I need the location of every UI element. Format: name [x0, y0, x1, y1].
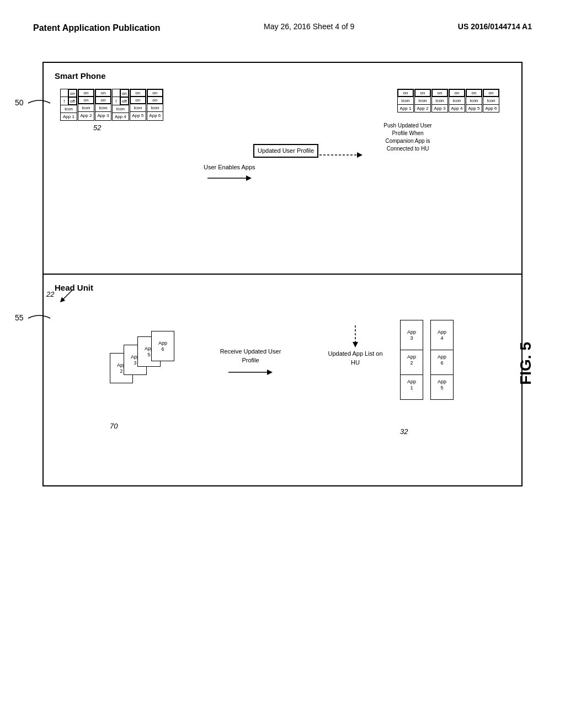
ref-52: 52	[93, 124, 163, 132]
page-header: Patent Application Publication May 26, 2…	[0, 0, 565, 45]
user-enables-label: User Enables Apps	[204, 163, 255, 183]
smart-phone-section: Smart Phone on ↑	[44, 63, 521, 275]
svg-marker-7	[353, 342, 358, 347]
ref-22: 22	[46, 287, 78, 303]
before-hu-apps: App2 App3 App5 App6 70	[110, 331, 176, 430]
after-apps-phone: on Icon App 1 on Icon App 2 on	[397, 89, 499, 113]
svg-marker-5	[267, 370, 273, 375]
diagram-outer: Smart Phone on ↑	[42, 62, 523, 486]
header-left: Patent Application Publication	[33, 22, 161, 34]
after-hu-apps: App1 App2 App3 App5 App6 App4 32	[400, 314, 488, 436]
svg-marker-1	[246, 175, 252, 181]
ref-32: 32	[400, 427, 488, 436]
dashed-arrow-phone	[319, 149, 364, 163]
header-center: May 26, 2016 Sheet 4 of 9	[264, 22, 354, 31]
header-right: US 2016/0144714 A1	[458, 22, 532, 31]
receive-label: Receive Updated User Profile	[215, 347, 286, 378]
updated-user-profile-phone: Updated User Profile	[253, 144, 318, 157]
ref-70: 70	[110, 422, 176, 430]
head-unit-label: Head Unit	[55, 283, 510, 292]
push-label: Push Updated UserProfile WhenCompanion A…	[364, 122, 452, 153]
smart-phone-label: Smart Phone	[55, 71, 510, 81]
updated-app-list-hu-label: Updated App List onHU	[319, 325, 391, 367]
before-apps-phone: on ↑ off Icon App 1 on	[60, 89, 163, 132]
head-unit-section: Head Unit 22 App2	[44, 275, 521, 485]
svg-marker-3	[357, 152, 363, 158]
